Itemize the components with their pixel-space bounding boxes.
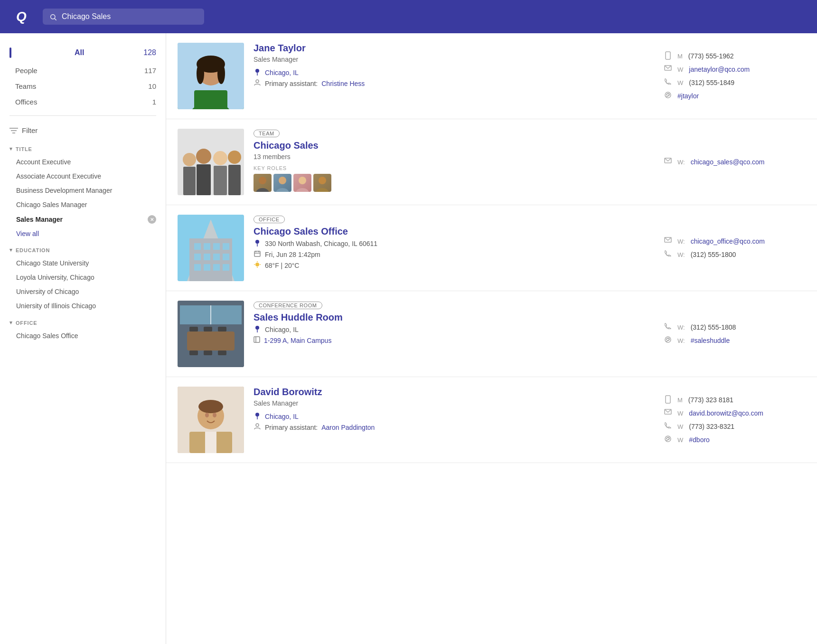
filter-sales-mgr[interactable]: Sales Manager ✕ bbox=[9, 212, 156, 227]
filter-loyola[interactable]: Loyola University, Chicago bbox=[9, 270, 156, 284]
jane-mobile: M (773) 555-1962 bbox=[663, 51, 806, 61]
office-badge: OFFICE bbox=[254, 216, 285, 223]
jane-taylor-name[interactable]: Jane Taylor bbox=[254, 43, 654, 54]
svg-rect-42 bbox=[213, 243, 220, 250]
sidebar-item-offices[interactable]: Offices 1 bbox=[9, 94, 156, 110]
svg-point-86 bbox=[256, 424, 259, 426]
sidebar-item-all[interactable]: All 128 bbox=[9, 43, 156, 63]
david-email-value[interactable]: david.borowitz@qco.com bbox=[689, 409, 763, 417]
filter-chicago-sales-mgr[interactable]: Chicago Sales Manager bbox=[9, 198, 156, 212]
office-phone-value: (312) 555-1800 bbox=[691, 251, 736, 258]
filter-row[interactable]: Filter bbox=[9, 122, 156, 139]
david-skype-value[interactable]: #dboro bbox=[689, 436, 710, 444]
svg-point-73 bbox=[255, 326, 259, 330]
svg-point-57 bbox=[255, 263, 259, 266]
remove-filter-button[interactable]: ✕ bbox=[148, 215, 156, 224]
david-borowitz-title: Sales Manager bbox=[254, 399, 654, 407]
phone-icon bbox=[663, 78, 673, 87]
svg-point-30 bbox=[279, 177, 286, 184]
office-name[interactable]: Chicago Sales Office bbox=[254, 226, 654, 237]
svg-point-9 bbox=[197, 63, 204, 84]
filter-assoc-account-exec[interactable]: Associate Account Executive bbox=[9, 169, 156, 183]
svg-rect-65 bbox=[189, 327, 198, 331]
david-mobile: M (773) 323 8181 bbox=[663, 395, 806, 405]
filter-item-label: Loyola University, Chicago bbox=[16, 274, 94, 281]
filter-chicago-sales-office[interactable]: Chicago Sales Office bbox=[9, 329, 156, 343]
jane-assistant-name[interactable]: Christine Hess bbox=[321, 80, 365, 87]
skype-icon bbox=[663, 91, 673, 101]
david-borowitz-contacts: M (773) 323 8181 W david.borowitz@qco.co… bbox=[663, 387, 806, 453]
jane-email-label: W bbox=[677, 66, 683, 73]
david-assistant-row: Primary assistant: Aaron Paddington bbox=[254, 423, 654, 431]
room-phone-value: (312) 555-1808 bbox=[691, 323, 736, 331]
location-icon bbox=[254, 68, 261, 77]
filter-item-label: Sales Manager bbox=[16, 216, 63, 223]
filter-account-executive[interactable]: Account Executive bbox=[9, 155, 156, 169]
chevron-down-icon: ▾ bbox=[9, 146, 13, 152]
svg-point-34 bbox=[319, 177, 326, 184]
team-name[interactable]: Chicago Sales bbox=[254, 140, 654, 151]
office-meta: 330 North Wabash, Chicago, IL 60611 Fri,… bbox=[254, 239, 654, 270]
david-assistant-name[interactable]: Aaron Paddington bbox=[321, 424, 375, 431]
key-role-avatar-1 bbox=[254, 174, 272, 192]
david-mobile-label: M bbox=[677, 397, 683, 404]
jane-assistant-row: Primary assistant: Christine Hess bbox=[254, 79, 654, 87]
title-section-header[interactable]: ▾ TITLE bbox=[9, 146, 156, 152]
room-skype-value[interactable]: #saleshuddle bbox=[691, 337, 730, 344]
office-phone: W: (312) 555-1800 bbox=[663, 250, 806, 259]
svg-rect-68 bbox=[189, 350, 198, 355]
david-location[interactable]: Chicago, IL bbox=[265, 413, 299, 420]
office-section-header[interactable]: ▾ OFFICE bbox=[9, 320, 156, 326]
location-icon bbox=[254, 239, 261, 248]
search-input[interactable] bbox=[62, 12, 197, 21]
jane-email-value[interactable]: janetaylor@qco.com bbox=[689, 66, 750, 73]
svg-rect-14 bbox=[666, 52, 670, 59]
logo-letter: Q bbox=[16, 9, 27, 24]
david-borowitz-name[interactable]: David Borowitz bbox=[254, 387, 654, 398]
filter-item-label: Business Development Manager bbox=[16, 187, 112, 194]
app-logo: Q bbox=[9, 5, 33, 28]
room-number[interactable]: 1-299 A, Main Campus bbox=[264, 337, 331, 344]
team-email-value[interactable]: chicago_sales@qco.com bbox=[691, 158, 765, 166]
jane-skype-value[interactable]: #jtaylor bbox=[677, 92, 699, 100]
svg-rect-46 bbox=[213, 254, 220, 260]
sidebar-item-teams[interactable]: Teams 10 bbox=[9, 78, 156, 94]
jane-email: W janetaylor@qco.com bbox=[663, 65, 806, 74]
room-phone-label: W: bbox=[677, 324, 685, 331]
room-phone: W: (312) 555-1808 bbox=[663, 322, 806, 332]
office-section-label: OFFICE bbox=[16, 320, 38, 326]
jane-work-phone-value: (312) 555-1849 bbox=[689, 79, 734, 86]
svg-point-82 bbox=[198, 400, 223, 413]
filter-item-label: Chicago Sales Office bbox=[16, 332, 78, 340]
filter-u-illinois[interactable]: Uniersity of Illinois Chicago bbox=[9, 299, 156, 313]
filter-u-chicago[interactable]: University of Chicago bbox=[9, 284, 156, 299]
jane-taylor-info: Jane Taylor Sales Manager Chicago, IL Pr… bbox=[254, 43, 654, 109]
jane-location[interactable]: Chicago, IL bbox=[265, 69, 299, 76]
education-section-header[interactable]: ▾ EDUCATION bbox=[9, 247, 156, 253]
phone-icon bbox=[663, 422, 673, 431]
view-all-titles[interactable]: View all bbox=[9, 227, 156, 240]
filter-biz-dev-mgr[interactable]: Business Development Manager bbox=[9, 183, 156, 198]
sidebar-item-people[interactable]: People 117 bbox=[9, 63, 156, 78]
office-email-value[interactable]: chicago_office@qco.com bbox=[691, 237, 765, 245]
david-borowitz-meta: Chicago, IL Primary assistant: Aaron Pad… bbox=[254, 412, 654, 431]
filter-item-label: Uniersity of Illinois Chicago bbox=[16, 302, 96, 310]
team-members: 13 members bbox=[254, 153, 654, 161]
filter-item-label: Associate Account Executive bbox=[16, 172, 101, 180]
filter-chicago-state[interactable]: Chicago State University bbox=[9, 256, 156, 270]
room-name[interactable]: Sales Huddle Room bbox=[254, 312, 654, 323]
assistant-icon bbox=[254, 79, 261, 87]
search-bar[interactable] bbox=[43, 9, 204, 25]
office-weather: 68°F | 20°C bbox=[265, 262, 299, 269]
sidebar-item-count: 10 bbox=[148, 82, 156, 90]
jane-location-row: Chicago, IL bbox=[254, 68, 654, 77]
calendar-icon bbox=[254, 250, 261, 258]
room-contacts: W: (312) 555-1808 W: #saleshuddle bbox=[663, 301, 806, 367]
room-icon bbox=[254, 336, 260, 344]
svg-point-10 bbox=[217, 63, 225, 84]
location-icon bbox=[254, 325, 261, 334]
svg-rect-53 bbox=[254, 251, 260, 256]
room-skype-label: W: bbox=[677, 337, 685, 344]
svg-rect-41 bbox=[204, 243, 210, 250]
team-badge: TEAM bbox=[254, 130, 280, 137]
